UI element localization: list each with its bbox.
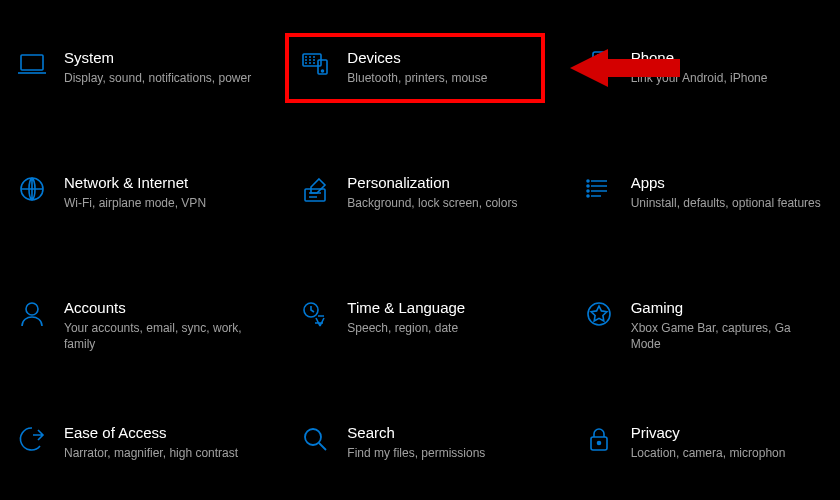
tile-description: Location, camera, microphon	[631, 445, 824, 462]
apps-icon	[583, 173, 615, 205]
tile-title: System	[64, 48, 257, 68]
tile-title: Devices	[347, 48, 540, 68]
tile-text: GamingXbox Game Bar, captures, Ga Mode	[631, 298, 824, 353]
tile-description: Background, lock screen, colors	[347, 195, 540, 212]
tile-description: Uninstall, defaults, optional features	[631, 195, 824, 212]
settings-tile-gaming[interactable]: GamingXbox Game Bar, captures, Ga Mode	[577, 290, 830, 410]
settings-tile-privacy[interactable]: PrivacyLocation, camera, microphon	[577, 415, 830, 500]
settings-categories-grid: SystemDisplay, sound, notifications, pow…	[0, 0, 840, 500]
settings-tile-phone[interactable]: PhoneLink your Android, iPhone	[577, 40, 830, 160]
settings-tile-search[interactable]: SearchFind my files, permissions	[293, 415, 546, 500]
tile-title: Phone	[631, 48, 824, 68]
settings-tile-apps[interactable]: AppsUninstall, defaults, optional featur…	[577, 165, 830, 285]
tile-text: PrivacyLocation, camera, microphon	[631, 423, 824, 461]
tile-text: AppsUninstall, defaults, optional featur…	[631, 173, 824, 211]
person-icon	[16, 298, 48, 330]
tile-description: Link your Android, iPhone	[631, 70, 824, 87]
settings-tile-devices[interactable]: DevicesBluetooth, printers, mouse	[293, 40, 546, 160]
devices-icon	[299, 48, 331, 80]
settings-tile-system[interactable]: SystemDisplay, sound, notifications, pow…	[10, 40, 263, 160]
tile-title: Apps	[631, 173, 824, 193]
tile-description: Narrator, magnifier, high contrast	[64, 445, 257, 462]
tile-text: Network & InternetWi-Fi, airplane mode, …	[64, 173, 257, 211]
svg-point-10	[587, 190, 589, 192]
tile-title: Accounts	[64, 298, 257, 318]
tile-text: SearchFind my files, permissions	[347, 423, 540, 461]
tile-description: Bluetooth, printers, mouse	[347, 70, 540, 87]
svg-rect-7	[305, 189, 325, 201]
settings-tile-accounts[interactable]: AccountsYour accounts, email, sync, work…	[10, 290, 263, 410]
tile-title: Network & Internet	[64, 173, 257, 193]
svg-point-3	[322, 70, 324, 72]
ease-icon	[16, 423, 48, 455]
svg-point-17	[597, 442, 600, 445]
svg-rect-0	[21, 55, 43, 70]
tile-text: Ease of AccessNarrator, magnifier, high …	[64, 423, 257, 461]
tile-title: Search	[347, 423, 540, 443]
tile-title: Ease of Access	[64, 423, 257, 443]
svg-point-5	[597, 71, 599, 73]
tile-text: DevicesBluetooth, printers, mouse	[347, 48, 540, 86]
tile-description: Wi-Fi, airplane mode, VPN	[64, 195, 257, 212]
globe-icon	[16, 173, 48, 205]
tile-text: PhoneLink your Android, iPhone	[631, 48, 824, 86]
tile-title: Privacy	[631, 423, 824, 443]
svg-point-11	[587, 195, 589, 197]
pen-icon	[299, 173, 331, 205]
settings-tile-time[interactable]: Time & LanguageSpeech, region, date	[293, 290, 546, 410]
laptop-icon	[16, 48, 48, 80]
svg-point-12	[26, 303, 38, 315]
tile-description: Speech, region, date	[347, 320, 540, 337]
settings-tile-network[interactable]: Network & InternetWi-Fi, airplane mode, …	[10, 165, 263, 285]
gaming-icon	[583, 298, 615, 330]
svg-point-8	[587, 180, 589, 182]
tile-description: Find my files, permissions	[347, 445, 540, 462]
tile-text: Time & LanguageSpeech, region, date	[347, 298, 540, 336]
svg-point-9	[587, 185, 589, 187]
tile-title: Gaming	[631, 298, 824, 318]
settings-tile-personalization[interactable]: PersonalizationBackground, lock screen, …	[293, 165, 546, 285]
tile-text: PersonalizationBackground, lock screen, …	[347, 173, 540, 211]
tile-description: Xbox Game Bar, captures, Ga Mode	[631, 320, 824, 354]
tile-text: SystemDisplay, sound, notifications, pow…	[64, 48, 257, 86]
phone-icon	[583, 48, 615, 80]
tile-title: Time & Language	[347, 298, 540, 318]
search-icon	[299, 423, 331, 455]
tile-description: Your accounts, email, sync, work, family	[64, 320, 257, 354]
lock-icon	[583, 423, 615, 455]
time-lang-icon	[299, 298, 331, 330]
tile-text: AccountsYour accounts, email, sync, work…	[64, 298, 257, 353]
tile-description: Display, sound, notifications, power	[64, 70, 257, 87]
svg-point-15	[305, 429, 321, 445]
settings-tile-ease[interactable]: Ease of AccessNarrator, magnifier, high …	[10, 415, 263, 500]
tile-title: Personalization	[347, 173, 540, 193]
